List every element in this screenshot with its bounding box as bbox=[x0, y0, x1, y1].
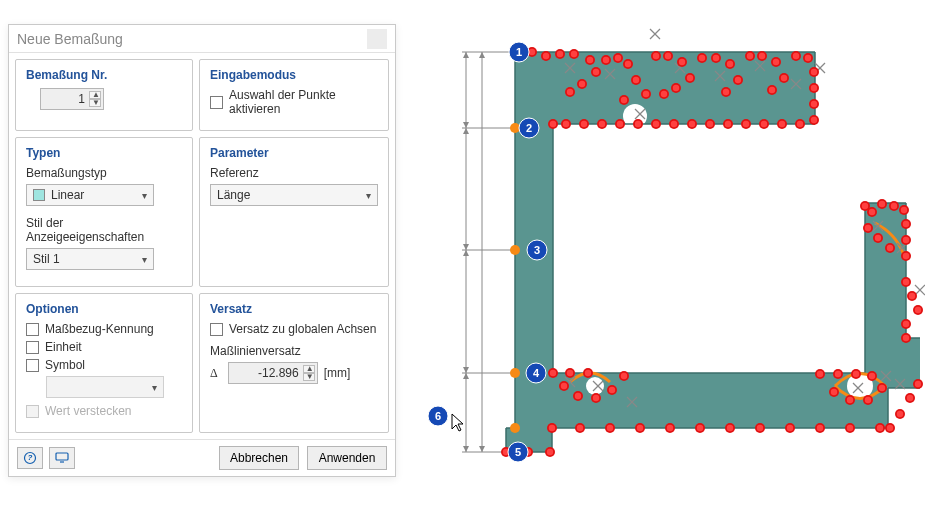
profile-section bbox=[506, 52, 920, 452]
svg-text:?: ? bbox=[28, 453, 33, 462]
svg-text:1: 1 bbox=[516, 46, 522, 58]
dialog-button-bar: ? Abbrechen Anwenden bbox=[9, 439, 395, 476]
group-options: Optionen Maßbezug-Kennung Einheit Symbol bbox=[15, 293, 193, 433]
type-label: Bemaßungstyp bbox=[26, 166, 182, 180]
marker-1: 1 bbox=[509, 42, 529, 62]
group-dimension-no: Bemaßung Nr. 1 ▲ ▼ bbox=[15, 59, 193, 131]
check-label: Auswahl der Punkte aktivieren bbox=[229, 88, 378, 116]
svg-text:6: 6 bbox=[435, 410, 441, 422]
dimension-chain bbox=[462, 52, 515, 452]
offset-label: Maßlinienversatz bbox=[210, 344, 378, 358]
datum-check[interactable]: Maßbezug-Kennung bbox=[26, 322, 182, 336]
group-heading: Optionen bbox=[26, 302, 182, 316]
checkbox-icon bbox=[26, 341, 39, 354]
cad-viewport[interactable]: 1 2 3 4 5 6 bbox=[420, 28, 925, 498]
chevron-down-icon: ▾ bbox=[142, 190, 147, 201]
svg-text:5: 5 bbox=[515, 446, 521, 458]
chevron-down-icon: ▾ bbox=[152, 382, 157, 393]
dimension-dialog: Neue Bemaßung Bemaßung Nr. 1 ▲ ▼ Eingabe… bbox=[8, 24, 396, 477]
group-input-mode: Eingabemodus Auswahl der Punkte aktivier… bbox=[199, 59, 389, 131]
symbol-check[interactable]: Symbol bbox=[26, 358, 182, 372]
offset-value-field[interactable]: -12.896 ▲ ▼ bbox=[228, 362, 318, 384]
checkbox-icon bbox=[210, 96, 223, 109]
chevron-down-icon: ▾ bbox=[142, 254, 147, 265]
check-label: Einheit bbox=[45, 340, 82, 354]
checkbox-icon bbox=[26, 405, 39, 418]
offset-unit: [mm] bbox=[324, 366, 351, 380]
offset-value: -12.896 bbox=[258, 366, 299, 380]
check-label: Maßbezug-Kennung bbox=[45, 322, 154, 336]
spin-down-icon[interactable]: ▼ bbox=[303, 373, 315, 381]
dimension-type-select[interactable]: Linear ▾ bbox=[26, 184, 154, 206]
svg-rect-14 bbox=[758, 68, 802, 108]
dimension-no-field[interactable]: 1 ▲ ▼ bbox=[40, 88, 104, 110]
marker-5: 5 bbox=[508, 442, 528, 462]
type-swatch-icon bbox=[33, 189, 45, 201]
svg-rect-2 bbox=[56, 453, 68, 460]
marker-4: 4 bbox=[526, 363, 546, 383]
marker-2: 2 bbox=[519, 118, 539, 138]
dialog-title: Neue Bemaßung bbox=[17, 25, 123, 53]
group-heading: Eingabemodus bbox=[210, 68, 378, 82]
spin-down-icon[interactable]: ▼ bbox=[89, 99, 101, 107]
svg-point-17 bbox=[586, 377, 604, 395]
dialog-titlebar[interactable]: Neue Bemaßung bbox=[9, 25, 395, 53]
cursor-icon bbox=[452, 414, 463, 431]
close-icon[interactable] bbox=[367, 29, 387, 49]
cancel-button[interactable]: Abbrechen bbox=[219, 446, 299, 470]
select-value: Linear bbox=[51, 188, 84, 202]
symbol-select: ▾ bbox=[46, 376, 164, 398]
group-types: Typen Bemaßungstyp Linear ▾ Stil der Anz… bbox=[15, 137, 193, 287]
checkbox-icon bbox=[26, 323, 39, 336]
hide-value-check: Wert verstecken bbox=[26, 404, 182, 418]
svg-text:4: 4 bbox=[533, 367, 540, 379]
display-style-select[interactable]: Stil 1 ▾ bbox=[26, 248, 154, 270]
apply-button[interactable]: Anwenden bbox=[307, 446, 387, 470]
delta-symbol: Δ bbox=[210, 366, 218, 381]
check-label: Wert verstecken bbox=[45, 404, 131, 418]
checkbox-icon bbox=[26, 359, 39, 372]
select-value: Länge bbox=[217, 188, 250, 202]
marker-3: 3 bbox=[527, 240, 547, 260]
group-heading: Parameter bbox=[210, 146, 378, 160]
activate-points-check[interactable]: Auswahl der Punkte aktivieren bbox=[210, 88, 378, 116]
check-label: Versatz zu globalen Achsen bbox=[229, 322, 376, 336]
svg-text:2: 2 bbox=[526, 122, 532, 134]
style-label: Stil der Anzeigeeigenschaften bbox=[26, 216, 182, 244]
reference-select[interactable]: Länge ▾ bbox=[210, 184, 378, 206]
group-heading: Versatz bbox=[210, 302, 378, 316]
group-offset: Versatz Versatz zu globalen Achsen Maßli… bbox=[199, 293, 389, 433]
chevron-down-icon: ▾ bbox=[366, 190, 371, 201]
checkbox-icon bbox=[210, 323, 223, 336]
group-parameter: Parameter Referenz Länge ▾ bbox=[199, 137, 389, 287]
group-heading: Bemaßung Nr. bbox=[26, 68, 182, 82]
group-heading: Typen bbox=[26, 146, 182, 160]
help-button[interactable]: ? bbox=[17, 447, 43, 469]
unit-check[interactable]: Einheit bbox=[26, 340, 182, 354]
reference-label: Referenz bbox=[210, 166, 378, 180]
dimension-no-value: 1 bbox=[78, 92, 85, 106]
svg-text:3: 3 bbox=[534, 244, 540, 256]
screen-button[interactable] bbox=[49, 447, 75, 469]
offset-global-check[interactable]: Versatz zu globalen Achsen bbox=[210, 322, 378, 336]
check-label: Symbol bbox=[45, 358, 85, 372]
marker-6: 6 bbox=[428, 406, 448, 426]
select-value: Stil 1 bbox=[33, 252, 60, 266]
